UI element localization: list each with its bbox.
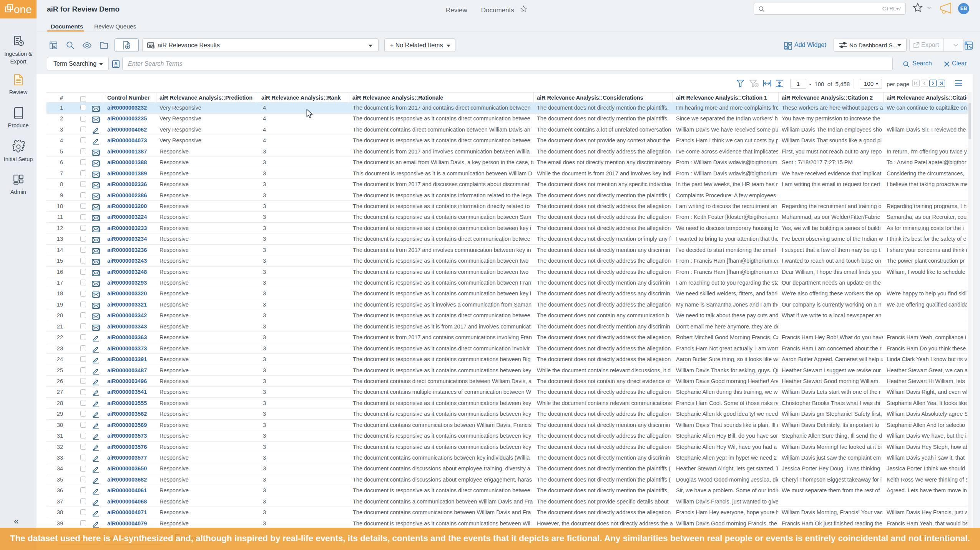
svg-text:one: one: [14, 3, 32, 15]
